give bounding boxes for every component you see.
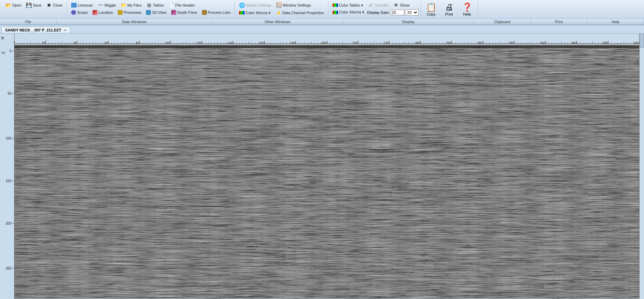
global-settings-label: Global Settings [246, 3, 271, 7]
x-minor-tick-314 [505, 43, 505, 44]
x-minor-tick-368 [589, 43, 589, 44]
x-minor-tick-4 [21, 43, 21, 44]
display-gain-input[interactable] [391, 10, 404, 15]
x-minor-tick-358 [574, 43, 574, 44]
file-header-label: File Header [175, 3, 195, 7]
processes-button[interactable]: Processes [116, 9, 143, 16]
copy-label: Copy [427, 12, 436, 16]
x-minor-tick-224 [364, 43, 365, 44]
x-minor-tick-318 [511, 43, 511, 44]
x-minor-tick-306 [492, 43, 493, 44]
global-settings-button[interactable]: 🌐 Global Settings [237, 1, 273, 9]
color-tables-button[interactable]: Color Tables ▾ [330, 2, 365, 9]
x-minor-tick-108 [183, 43, 183, 44]
process-lists-button[interactable]: Process Lists [200, 9, 232, 16]
x-minor-tick-64 [114, 43, 115, 44]
depth-pane-button[interactable]: Depth Pane [169, 9, 199, 16]
x-tick-0: 0 [15, 41, 15, 44]
tables-button[interactable]: ⊞ Tables [144, 1, 166, 9]
x-minor-tick-188 [308, 43, 308, 44]
display-gain-dropdown[interactable]: 20103040 [405, 9, 419, 16]
x-minor-tick-322 [517, 43, 518, 44]
x-minor-tick-372 [595, 43, 596, 44]
linescan-button[interactable]: Linescan [69, 2, 95, 9]
x-minor-tick-352 [564, 43, 565, 44]
x-minor-tick-196 [320, 43, 321, 44]
window-settings-button[interactable]: 🪟 Window Settings [274, 1, 313, 9]
transfer-label: Transfer [375, 3, 389, 7]
x-minor-tick-244 [395, 43, 396, 44]
x-minor-tick-192 [314, 43, 315, 44]
close-button[interactable]: ✖ Close [44, 1, 65, 9]
other-windows-section-label: Other Windows [212, 19, 343, 25]
main-area: ft ns 0 50 100 150 200 250 [0, 34, 644, 299]
tab-close-button[interactable]: × [63, 28, 67, 32]
open-button[interactable]: 📂 Open [3, 1, 23, 9]
x-minor-tick-344 [552, 43, 552, 44]
color-xforms-button[interactable]: Color Xforms ▾ [237, 10, 273, 16]
scope-button[interactable]: Scope [69, 9, 90, 16]
x-minor-tick-384 [614, 43, 615, 44]
color-xforms-label: Color Xforms ▾ [246, 11, 271, 15]
x-minor-tick-76 [133, 43, 134, 44]
x-minor-tick-182 [299, 43, 299, 44]
help-section-label: Help [587, 19, 644, 25]
y-tick-200-label: 200 [1, 222, 11, 225]
data-channel-label: Data Channel Properties [282, 11, 324, 15]
copy-button[interactable]: 📋 Copy [423, 1, 440, 17]
x-tick-200: 200 [327, 41, 327, 44]
my-files-icon: 📁 [121, 2, 126, 8]
x-minor-tick-288 [464, 43, 464, 44]
location-button[interactable]: Location [90, 9, 115, 16]
color-xforms2-icon [333, 11, 338, 14]
x-minor-tick-350 [561, 42, 561, 44]
help-button[interactable]: ❓ Help [459, 1, 475, 17]
x-minor-tick-92 [158, 43, 158, 44]
x-minor-tick-246 [399, 43, 399, 44]
close-label: Close [53, 3, 63, 7]
tables-label: Tables [153, 3, 164, 7]
show-button[interactable]: 👁 Show [391, 1, 412, 9]
my-files-button[interactable]: 📁 My Files [119, 1, 144, 9]
save-button[interactable]: 💾 Save [24, 1, 44, 9]
main-tab[interactable]: SANDY NECK__007 P_211.DZT × [1, 27, 70, 33]
x-minor-tick-24 [52, 43, 52, 44]
y-tick-0-line [12, 51, 14, 51]
scope-label: Scope [77, 10, 88, 15]
depth-pane-label: Depth Pane [177, 10, 197, 15]
tables-icon: ⊞ [146, 2, 152, 8]
seismic-area[interactable]: 0204060801001201401601802002202402602803… [15, 34, 639, 299]
x-tick-380: 380 [608, 41, 608, 44]
window-settings-label: Window Settings [283, 3, 311, 7]
location-icon [93, 10, 97, 15]
x-minor-tick-62 [111, 43, 112, 44]
print-icon: 🖨 [445, 2, 453, 12]
x-minor-tick-70 [124, 42, 124, 44]
y-tick-50-line [12, 93, 14, 94]
x-minor-tick-98 [167, 43, 168, 44]
file-header-button[interactable]: 📄 File Header [167, 1, 197, 9]
scroll-thumb[interactable] [640, 34, 644, 48]
x-minor-tick-114 [193, 43, 193, 44]
toolbar: 📂 Open 💾 Save ✖ Close Linescan 〰 Wiggle [0, 0, 644, 19]
print-button[interactable]: 🖨 Print [441, 1, 458, 17]
clipboard-group: 📋 Copy 🖨 Print ❓ Help [421, 1, 478, 18]
x-minor-tick-222 [361, 43, 362, 44]
save-label: Save [33, 3, 41, 7]
right-scrollbar[interactable] [639, 34, 644, 299]
color-xforms2-label: Color Xforms ▾ [339, 10, 364, 15]
data-windows-row2: Scope Location Processes 3D-View Depth P… [69, 9, 232, 16]
wiggle-button[interactable]: 〰 Wiggle [96, 1, 118, 9]
color-tables-label: Color Tables ▾ [339, 3, 363, 8]
x-minor-tick-296 [477, 43, 477, 44]
transfer-icon: ⇄ [368, 2, 374, 8]
3d-view-button[interactable]: 3D-View [144, 9, 168, 16]
transfer-button[interactable]: ⇄ Transfer [366, 1, 391, 9]
data-channel-button[interactable]: ⚡ Data Channel Properties [273, 9, 326, 17]
x-minor-tick-148 [246, 43, 246, 44]
x-ruler: 0204060801001201401601802002202402602803… [15, 34, 639, 44]
3d-view-label: 3D-View [152, 10, 166, 15]
x-minor-tick-250 [405, 42, 405, 44]
x-minor-tick-130 [218, 42, 218, 44]
color-xforms2-button[interactable]: Color Xforms ▾ [330, 9, 366, 16]
